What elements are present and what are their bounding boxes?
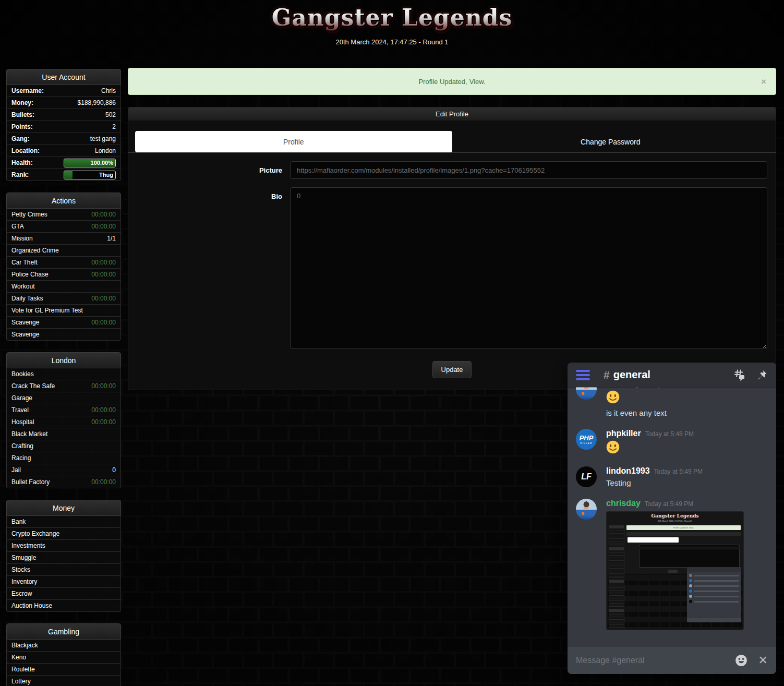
sidebar-item-stocks[interactable]: Stocks [6,564,121,576]
edit-profile-panel: Edit Profile Profile Change Password Pic… [128,107,776,390]
message-input[interactable]: Message #general [576,656,734,665]
tab-change-password[interactable]: Change Password [452,131,769,152]
sidebar-item-petty-crimes[interactable]: Petty Crimes00:00:00 [6,209,121,221]
close-chat-icon[interactable]: ✕ [758,655,768,666]
sidebar-item-black-market[interactable]: Black Market [6,428,121,440]
sidebar-item-keno[interactable]: Keno [6,652,121,664]
sidebar-item-smuggle[interactable]: Smuggle [6,552,121,564]
avatar[interactable] [576,499,597,520]
message-text: is it even any text [606,407,768,418]
sidebar-panel-actions: ActionsPetty Crimes00:00:00GTA00:00:00Mi… [6,192,121,341]
item-value: 502 [105,111,116,118]
bio-textarea[interactable]: 0 [290,187,767,349]
sidebar-item-gta[interactable]: GTA00:00:00 [6,221,121,233]
slight-smile-emoji [606,390,620,404]
page-header: Gangster Legends 20th March 2024, 17:47:… [0,0,784,46]
sidebar-item-hospital[interactable]: Hospital00:00:00 [6,416,121,428]
sidebar-item-username: Username:Chris [6,85,121,97]
sidebar-item-investments[interactable]: Investments [6,540,121,552]
timer-value: 00:00:00 [91,271,116,278]
channel-browse-icon[interactable] [732,368,746,382]
sidebar-item-mission[interactable]: Mission1/1 [6,233,121,245]
sidebar-item-travel[interactable]: Travel00:00:00 [6,404,121,416]
item-value: 2 [112,123,116,130]
item-label: Blackjack [11,642,38,649]
sidebar-item-crack-the-safe[interactable]: Crack The Safe00:00:00 [6,380,121,392]
timer-value: 00:00:00 [91,418,116,426]
sidebar-item-vote-for-gl-premium-test[interactable]: Vote for GL Premium Test [6,305,121,317]
item-label: Money: [11,99,33,106]
sidebar-item-gang: Gang:test gang [6,133,121,145]
sidebar-item-jail[interactable]: Jail0 [6,464,121,476]
sidebar-item-crafting[interactable]: Crafting [6,440,121,452]
item-label: Keno [11,654,26,661]
sidebar-item-bullet-factory[interactable]: Bullet Factory00:00:00 [6,476,121,488]
sidebar-item-scavenge[interactable]: Scavenge00:00:00 [6,317,121,329]
emoji-picker-icon[interactable] [734,654,748,667]
item-label: Petty Crimes [11,211,47,218]
item-value: 1/1 [107,235,116,242]
screenshot-attachment[interactable]: Gangster Legends 20th March 2024, 17:47:… [606,511,744,630]
item-label: Daily Tasks [11,295,43,302]
sidebar-item-workout[interactable]: Workout [6,281,121,293]
sidebar-item-money: Money:$188,990,886 [6,97,121,109]
timer-value: 00:00:00 [91,478,116,486]
sidebar-item-police-chase[interactable]: Police Chase00:00:00 [6,269,121,281]
sidebar-item-scavenge[interactable]: Scavenge [6,329,121,341]
alert-view-link[interactable]: View. [469,78,486,86]
sidebar-item-racing[interactable]: Racing [6,452,121,464]
item-label: Auction House [11,602,52,609]
sidebar-item-daily-tasks[interactable]: Daily Tasks00:00:00 [6,293,121,305]
sidebar-item-bookies[interactable]: Bookies [6,368,121,380]
mini-datetime: 20th March 2024, 17:47:25 - Round 1 [607,520,743,522]
chat-message: LFlindon1993Today at 5:49 PMTesting [576,466,768,488]
item-label: Stocks [11,566,30,573]
message-timestamp: Today at 5:46 PM [645,387,693,388]
message-author[interactable]: phpkiller [606,429,641,438]
pin-icon[interactable] [755,369,768,381]
message-author[interactable]: chrisday [606,387,641,388]
mini-chat [687,567,741,622]
avatar[interactable] [576,387,597,400]
message-timestamp: Today at 5:49 PM [645,500,693,508]
message-author[interactable]: lindon1993 [606,466,650,476]
sidebar-item-roulette[interactable]: Roulette [6,664,121,676]
bar-value: Thug [99,171,113,179]
item-label: Organized Crime [11,247,59,254]
panel-title: Money [6,500,121,516]
chat-input-bar: Message #general ✕ [568,647,776,674]
update-button[interactable]: Update [432,361,472,378]
sidebar-item-crypto-exchange[interactable]: Crypto Exchange [6,528,121,540]
close-icon[interactable]: × [761,77,766,86]
tab-profile[interactable]: Profile [135,131,452,152]
item-label: Scavenge [11,319,39,326]
picture-input[interactable] [290,161,767,179]
item-label: Inventory [11,578,37,585]
item-label: Racing [11,454,31,462]
sidebar-panel-user-account: User AccountUsername:ChrisMoney:$188,990… [6,69,121,181]
avatar[interactable]: PHPKILLER [576,429,597,450]
sidebar-item-organized-crime[interactable]: Organized Crime [6,245,121,257]
menu-icon[interactable] [576,370,590,380]
item-label: Points: [11,123,33,130]
item-value: test gang [90,135,116,142]
health-bar: 100.00% [64,159,116,167]
item-label: Investments [11,542,45,549]
rank-bar: Thug [64,171,116,179]
message-author[interactable]: chrisday [606,499,641,508]
panel-title: Gambling [6,623,121,640]
discord-chat-widget: # general chrisdayToday at 5:46 PM is it… [568,363,776,674]
sidebar-item-car-theft[interactable]: Car Theft00:00:00 [6,257,121,269]
sidebar-item-bank[interactable]: Bank [6,516,121,528]
sidebar-item-lottery[interactable]: Lottery [6,676,121,686]
sidebar-item-blackjack[interactable]: Blackjack [6,640,121,652]
mini-alert: Profile Updated, View. [626,525,741,530]
item-label: Hospital [11,418,34,426]
sidebar-item-escrow[interactable]: Escrow [6,588,121,600]
sidebar-item-garage[interactable]: Garage [6,392,121,404]
sidebar-item-inventory[interactable]: Inventory [6,576,121,588]
avatar[interactable]: LF [576,466,597,487]
mini-logo: Gangster Legends [607,513,743,519]
sidebar-item-auction-house[interactable]: Auction House [6,600,121,612]
item-label: Vote for GL Premium Test [11,307,83,314]
